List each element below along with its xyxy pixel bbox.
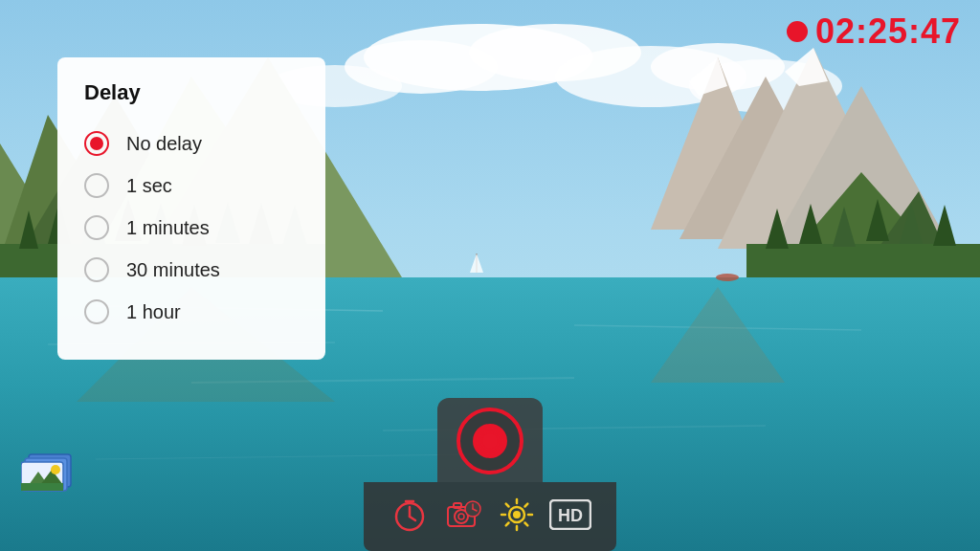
svg-point-49 <box>716 274 739 281</box>
delay-title: Delay <box>84 80 291 105</box>
radio-option-no-delay[interactable]: No delay <box>84 122 291 165</box>
recording-time: 02:25:47 <box>815 11 961 52</box>
svg-rect-56 <box>21 483 63 491</box>
hd-icon[interactable]: HD <box>547 492 593 538</box>
radio-label-no-delay: No delay <box>126 133 202 155</box>
svg-line-59 <box>410 517 415 520</box>
radio-label-1min: 1 minutes <box>126 217 210 239</box>
radio-circle-30min <box>84 257 109 282</box>
radio-option-1hour[interactable]: 1 hour <box>84 291 291 333</box>
svg-line-78 <box>506 523 509 526</box>
radio-option-1sec[interactable]: 1 sec <box>84 165 291 207</box>
radio-label-30min: 30 minutes <box>126 259 220 281</box>
svg-line-76 <box>525 523 528 526</box>
record-button-dot <box>482 433 498 449</box>
record-button[interactable] <box>457 408 523 474</box>
svg-point-70 <box>513 511 521 518</box>
svg-line-77 <box>525 504 528 507</box>
radio-circle-no-delay <box>84 131 109 156</box>
gallery-icon[interactable] <box>21 447 78 498</box>
radio-label-1hour: 1 hour <box>126 301 181 323</box>
svg-text:HD: HD <box>558 506 583 525</box>
interval-icon[interactable] <box>440 492 486 538</box>
radio-inner-no-delay <box>90 137 103 150</box>
recording-dot <box>787 21 808 42</box>
radio-label-1sec: 1 sec <box>126 175 172 197</box>
svg-point-64 <box>458 514 464 519</box>
svg-point-55 <box>51 465 60 474</box>
svg-line-75 <box>506 504 509 507</box>
radio-circle-1sec <box>84 173 109 198</box>
svg-rect-65 <box>454 503 461 508</box>
radio-circle-1hour <box>84 299 109 324</box>
delay-panel: Delay No delay 1 sec 1 minutes 30 minute… <box>57 57 325 360</box>
recording-indicator: 02:25:47 <box>787 11 961 52</box>
radio-option-30min[interactable]: 30 minutes <box>84 249 291 291</box>
brightness-icon[interactable] <box>494 492 540 538</box>
timer-icon[interactable] <box>387 492 433 538</box>
record-button-inner <box>473 424 507 458</box>
radio-circle-1min <box>84 215 109 240</box>
toolbar-icons-row: HD <box>364 482 616 551</box>
record-button-area <box>437 398 543 482</box>
radio-option-1min[interactable]: 1 minutes <box>84 207 291 249</box>
bottom-toolbar: HD <box>364 398 616 551</box>
